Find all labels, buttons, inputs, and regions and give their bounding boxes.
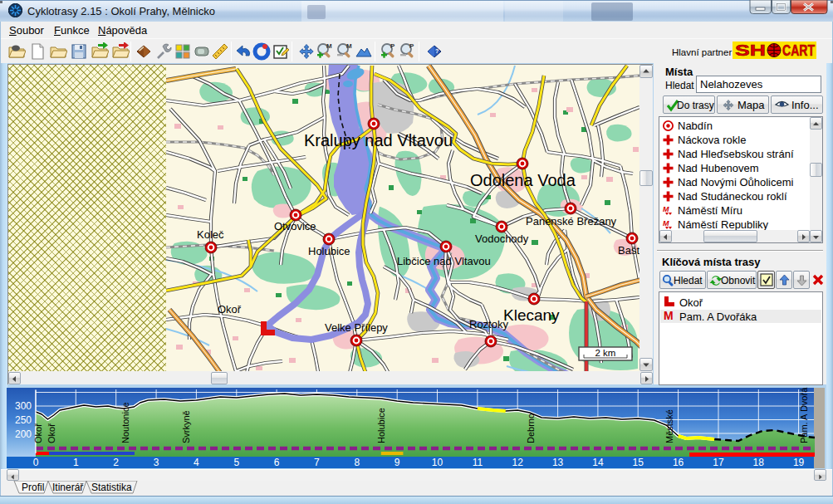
svg-text:M: M — [664, 310, 674, 321]
svg-text:1: 1 — [73, 457, 79, 468]
svg-text:Velke Přílepy: Velke Přílepy — [325, 321, 388, 334]
svg-text:Debrno: Debrno — [526, 413, 536, 443]
svg-text:M: M — [346, 42, 352, 50]
svg-text:M: M — [663, 205, 669, 213]
svg-text:Okoř: Okoř — [47, 423, 56, 443]
svg-text:CART: CART — [782, 42, 815, 59]
svg-text:2: 2 — [113, 457, 119, 468]
svg-text:Otvovice: Otvovice — [274, 220, 316, 232]
svg-text:SH: SH — [735, 42, 766, 59]
svg-text:250: 250 — [15, 414, 32, 426]
svg-text:16: 16 — [673, 457, 684, 468]
svg-text:7: 7 — [314, 457, 320, 468]
svg-text:6: 6 — [274, 457, 280, 468]
svg-text:Roztoky: Roztoky — [469, 318, 508, 330]
svg-text:?: ? — [435, 48, 439, 54]
svg-text:Pam. A Dvořá: Pam. A Dvořá — [799, 387, 809, 443]
svg-text:5: 5 — [233, 457, 239, 468]
svg-text:Klecany: Klecany — [503, 306, 560, 324]
svg-text:Vodochody: Vodochody — [475, 232, 529, 245]
svg-text:10: 10 — [432, 457, 443, 468]
svg-text:Panenské Břežany: Panenské Břežany — [526, 215, 617, 228]
svg-text:Okoř: Okoř — [218, 303, 242, 316]
svg-text:Holubice: Holubice — [308, 245, 350, 257]
svg-text:Odolena Voda: Odolena Voda — [470, 171, 576, 189]
svg-text:P: P — [409, 42, 414, 50]
svg-text:M: M — [326, 42, 332, 50]
svg-text:0: 0 — [33, 457, 39, 468]
svg-text:9: 9 — [394, 457, 400, 468]
svg-text:Itinerář: Itinerář — [52, 482, 84, 493]
svg-text:Svrkyně: Svrkyně — [181, 410, 191, 443]
svg-text:Holubice: Holubice — [376, 408, 386, 443]
svg-text:4: 4 — [194, 457, 199, 468]
svg-text:3: 3 — [154, 457, 159, 468]
svg-text:200: 200 — [15, 428, 32, 440]
svg-text:Profil: Profil — [22, 482, 44, 493]
svg-text:17: 17 — [713, 457, 724, 468]
svg-text:Městské: Městské — [664, 409, 674, 443]
svg-text:13: 13 — [552, 457, 564, 468]
svg-text:Koleč: Koleč — [197, 228, 224, 241]
svg-text:12: 12 — [512, 457, 524, 468]
svg-text:2 km: 2 km — [595, 348, 616, 358]
svg-text:P: P — [390, 42, 395, 50]
svg-text:Okoř: Okoř — [33, 423, 43, 443]
svg-text:300: 300 — [15, 400, 32, 412]
svg-text:Bašť: Bašť — [618, 244, 639, 257]
svg-text:8: 8 — [354, 457, 360, 468]
svg-text:Kralupy nad Vltavou: Kralupy nad Vltavou — [304, 131, 453, 149]
svg-text:15: 15 — [633, 457, 644, 468]
svg-text:Statistika: Statistika — [91, 482, 132, 493]
svg-text:18: 18 — [753, 457, 765, 468]
svg-text:Libčice nad Vltavou: Libčice nad Vltavou — [397, 255, 491, 267]
svg-text:14: 14 — [592, 457, 604, 468]
svg-text:M: M — [663, 219, 669, 228]
svg-text:19: 19 — [793, 457, 805, 468]
svg-text:Noutonice: Noutonice — [120, 402, 130, 443]
svg-text:11: 11 — [473, 457, 483, 468]
